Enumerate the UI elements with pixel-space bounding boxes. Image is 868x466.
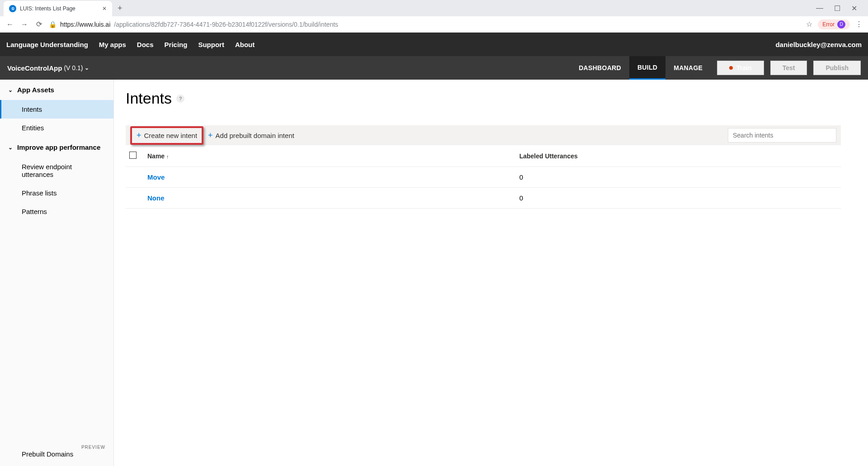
create-intent-button[interactable]: + Create new intent bbox=[130, 126, 203, 145]
close-window-icon[interactable]: ✕ bbox=[851, 4, 857, 13]
url-host: https://www.luis.ai bbox=[60, 21, 110, 28]
sidebar-item-patterns[interactable]: Patterns bbox=[0, 202, 113, 221]
app-selector[interactable]: VoiceControlApp (V 0.1) ⌄ bbox=[7, 64, 89, 72]
reload-icon[interactable]: ⟳ bbox=[34, 20, 43, 29]
nav-docs[interactable]: Docs bbox=[137, 41, 154, 48]
minimize-icon[interactable]: — bbox=[816, 4, 823, 13]
sidebar-group-assets[interactable]: ⌄ App Assets bbox=[0, 80, 113, 100]
table-row: Move 0 bbox=[126, 167, 841, 188]
plus-icon: + bbox=[137, 131, 142, 140]
sub-nav: VoiceControlApp (V 0.1) ⌄ DASHBOARD BUIL… bbox=[0, 56, 868, 80]
favicon: ① bbox=[9, 5, 16, 12]
train-button[interactable]: Train bbox=[717, 61, 764, 75]
url-field[interactable]: 🔒 https://www.luis.ai/applications/82fdb… bbox=[49, 21, 801, 28]
top-nav: Language Understanding My apps Docs Pric… bbox=[0, 33, 868, 56]
chevron-down-icon: ⌄ bbox=[8, 144, 13, 151]
page-title: Intents ? bbox=[126, 90, 841, 107]
forward-icon[interactable]: → bbox=[20, 20, 29, 29]
sidebar: ⌄ App Assets Intents Entities ⌄ Improve … bbox=[0, 80, 114, 466]
intent-link[interactable]: Move bbox=[144, 167, 516, 188]
user-email[interactable]: danielbuckley@zenva.com bbox=[775, 41, 862, 48]
app-version: (V 0.1) bbox=[64, 64, 83, 71]
error-badge[interactable]: Error D bbox=[818, 19, 850, 29]
url-path: /applications/82fdb727-7364-4471-9b26-b2… bbox=[114, 21, 338, 28]
test-button[interactable]: Test bbox=[770, 61, 807, 75]
intents-table: Name ↑ Labeled Utterances Move 0 None 0 bbox=[126, 145, 841, 209]
nav-myapps[interactable]: My apps bbox=[99, 41, 126, 48]
toolbar: + Create new intent + Add prebuilt domai… bbox=[126, 125, 841, 145]
intent-link[interactable]: None bbox=[144, 188, 516, 209]
tab-dashboard[interactable]: DASHBOARD bbox=[571, 56, 629, 80]
tab-manage[interactable]: MANAGE bbox=[665, 56, 711, 80]
chevron-down-icon: ⌄ bbox=[8, 87, 13, 93]
nav-support[interactable]: Support bbox=[198, 41, 224, 48]
nav-about[interactable]: About bbox=[235, 41, 255, 48]
table-row: None 0 bbox=[126, 188, 841, 209]
brand[interactable]: Language Understanding bbox=[6, 41, 88, 48]
publish-button[interactable]: Publish bbox=[813, 61, 861, 75]
help-icon[interactable]: ? bbox=[176, 95, 184, 103]
sidebar-group-improve[interactable]: ⌄ Improve app performance bbox=[0, 137, 113, 157]
preview-tag: PREVIEW bbox=[81, 445, 105, 450]
tab-build[interactable]: BUILD bbox=[629, 56, 665, 80]
col-utterances[interactable]: Labeled Utterances bbox=[516, 145, 841, 167]
select-all-checkbox[interactable] bbox=[129, 152, 137, 159]
sort-asc-icon: ↑ bbox=[166, 154, 169, 159]
sidebar-item-intents[interactable]: Intents bbox=[0, 100, 113, 119]
sidebar-item-prebuilt[interactable]: PREVIEW Prebuilt Domains bbox=[0, 447, 113, 466]
lock-icon: 🔒 bbox=[49, 21, 57, 28]
plus-icon: + bbox=[208, 131, 213, 140]
sidebar-item-review[interactable]: Review endpoint utterances bbox=[0, 157, 113, 184]
star-icon[interactable]: ☆ bbox=[806, 20, 812, 29]
close-icon[interactable]: ✕ bbox=[102, 5, 107, 12]
app-name: VoiceControlApp bbox=[7, 64, 62, 72]
search-input[interactable] bbox=[728, 128, 836, 143]
main-content: Intents ? + Create new intent + Add preb… bbox=[114, 80, 868, 466]
window-controls: — ☐ ✕ bbox=[816, 4, 864, 13]
nav-pricing[interactable]: Pricing bbox=[165, 41, 188, 48]
utterance-count: 0 bbox=[516, 188, 841, 209]
add-prebuilt-button[interactable]: + Add prebuilt domain intent bbox=[203, 128, 299, 143]
maximize-icon[interactable]: ☐ bbox=[834, 4, 840, 13]
back-icon[interactable]: ← bbox=[5, 20, 14, 29]
kebab-icon[interactable]: ⋮ bbox=[855, 20, 863, 29]
status-dot-icon bbox=[729, 66, 733, 70]
newtab-button[interactable]: + bbox=[118, 4, 123, 13]
avatar: D bbox=[837, 20, 845, 29]
address-bar: ← → ⟳ 🔒 https://www.luis.ai/applications… bbox=[0, 16, 868, 33]
utterance-count: 0 bbox=[516, 167, 841, 188]
browser-tabbar: ① LUIS: Intents List Page ✕ + — ☐ ✕ bbox=[0, 0, 868, 16]
browser-tab[interactable]: ① LUIS: Intents List Page ✕ bbox=[4, 1, 112, 16]
col-name[interactable]: Name ↑ bbox=[147, 152, 169, 160]
chevron-down-icon: ⌄ bbox=[85, 65, 89, 71]
sidebar-item-phrase[interactable]: Phrase lists bbox=[0, 184, 113, 202]
tab-title: LUIS: Intents List Page bbox=[20, 5, 75, 12]
sidebar-item-entities[interactable]: Entities bbox=[0, 119, 113, 137]
